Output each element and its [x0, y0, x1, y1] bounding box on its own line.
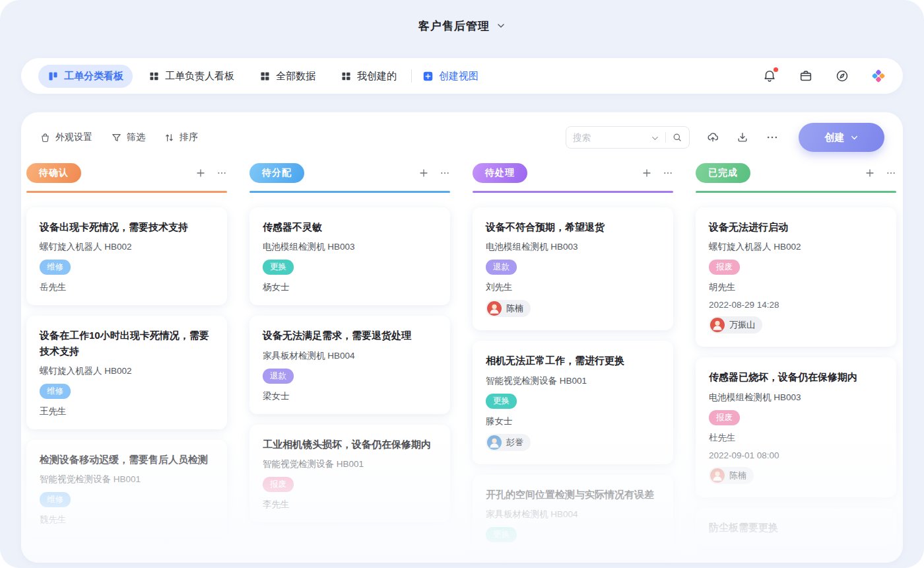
card-device: 智能视觉检测设备 HB001 — [40, 474, 214, 485]
sort-button[interactable]: 排序 — [164, 131, 198, 143]
ticket-type-tag[interactable]: 更换 — [486, 527, 517, 542]
kanban-column-3: 待处理 设备不符合预期，希望退货 电池模组检测机 HB003退款刘先生 陈楠 相… — [473, 162, 673, 554]
cloud-upload-icon[interactable] — [706, 131, 719, 144]
kanban-card[interactable]: 设备不符合预期，希望退货 电池模组检测机 HB003退款刘先生 陈楠 — [473, 207, 673, 330]
ticket-type-tag[interactable]: 更换 — [486, 394, 517, 409]
card-date: 2022-09-01 08:00 — [709, 450, 883, 460]
kanban-card[interactable]: 开孔的空间位置检测与实际情况有误差 家具板材检测机 HB004更换 — [473, 475, 673, 554]
column-status-pill[interactable]: 待处理 — [473, 163, 527, 183]
card-title: 检测设备移动迟缓，需要售后人员检测 — [40, 452, 214, 467]
column-status-pill[interactable]: 待分配 — [249, 163, 304, 183]
avatar — [710, 468, 725, 483]
ticket-type-tag[interactable]: 维修 — [40, 384, 71, 399]
tab-label: 我创建的 — [357, 70, 397, 83]
avatar — [487, 435, 502, 450]
card-customer: 杨女士 — [263, 281, 437, 293]
funnel-icon — [111, 132, 122, 143]
create-chevron-down-icon — [850, 133, 859, 142]
card-title: 设备无法进行启动 — [709, 219, 883, 234]
bitable-logo[interactable] — [871, 69, 886, 83]
card-customer: 滕女士 — [486, 415, 660, 427]
assignee-chip[interactable]: 陈楠 — [486, 300, 531, 317]
kanban-card[interactable]: 传感器不灵敏 电池模组检测机 HB003更换杨女士 — [249, 207, 450, 305]
search-input[interactable] — [573, 133, 651, 143]
kanban-card[interactable]: 防尘板需要更换 — [696, 508, 896, 547]
kanban-card[interactable]: 检测设备移动迟缓，需要售后人员检测 智能视觉检测设备 HB001维修魏先生 — [26, 440, 227, 538]
column-actions — [642, 168, 673, 178]
appearance-settings-button[interactable]: 外观设置 — [40, 131, 92, 143]
card-device: 家具板材检测机 HB004 — [263, 350, 437, 362]
ticket-type-tag[interactable]: 退款 — [486, 260, 517, 275]
compass-icon[interactable] — [835, 69, 849, 83]
ticket-type-tag[interactable]: 更换 — [263, 260, 294, 275]
briefcase-icon[interactable] — [799, 69, 813, 83]
kanban-column-4: 已完成 设备无法进行启动 螺钉旋入机器人 HB002报废胡先生2022-08-2… — [696, 162, 896, 554]
kanban-column-1: 待确认 设备出现卡死情况，需要技术支持 螺钉旋入机器人 HB002维修岳先生 设… — [26, 162, 227, 554]
kanban-column-2: 待分配 传感器不灵敏 电池模组检测机 HB003更换杨女士 设备无法满足需求，需… — [249, 162, 450, 554]
ticket-type-tag[interactable]: 报废 — [709, 410, 740, 425]
card-device: 螺钉旋入机器人 HB002 — [40, 365, 214, 377]
nav-tabs: 工单分类看板 工单负责人看板 全部数据 我创建的 — [38, 65, 406, 88]
tab-2[interactable]: 工单负责人看板 — [139, 65, 244, 88]
board-rows-icon — [148, 71, 160, 82]
bell-icon[interactable] — [762, 69, 777, 83]
card-device: 螺钉旋入机器人 HB002 — [40, 241, 214, 253]
filter-button[interactable]: 筛选 — [111, 131, 145, 143]
filter-label: 筛选 — [127, 131, 145, 143]
kanban-card[interactable]: 设备无法进行启动 螺钉旋入机器人 HB002报废胡先生2022-08-29 14… — [696, 207, 896, 347]
kanban-card[interactable]: 设备出现卡死情况，需要技术支持 螺钉旋入机器人 HB002维修岳先生 — [26, 207, 227, 305]
tab-4[interactable]: 我创建的 — [331, 65, 406, 88]
appearance-settings-label: 外观设置 — [55, 131, 92, 143]
column-color-line — [249, 191, 450, 193]
search-box — [566, 126, 690, 149]
assignee-chip[interactable]: 彭誉 — [486, 434, 531, 451]
kanban-card[interactable]: 设备在工作10小时出现卡死情况，需要技术支持 螺钉旋入机器人 HB002维修王先… — [26, 316, 227, 429]
column-status-pill[interactable]: 待确认 — [26, 163, 81, 183]
more-options-icon[interactable] — [766, 131, 779, 144]
card-customer: 杜先生 — [709, 432, 883, 444]
column-actions — [418, 168, 450, 178]
add-card-icon[interactable] — [642, 168, 652, 178]
card-title: 设备不符合预期，希望退货 — [486, 219, 660, 234]
add-card-icon[interactable] — [418, 168, 429, 178]
card-title: 防尘板需要更换 — [709, 520, 883, 535]
kanban-card[interactable]: 传感器已烧坏，设备仍在保修期内 电池模组检测机 HB003报废杜先生2022-0… — [696, 357, 896, 497]
ticket-type-tag[interactable]: 维修 — [40, 260, 71, 275]
assignee-chip[interactable]: 万振山 — [709, 316, 762, 334]
tab-label: 工单负责人看板 — [165, 70, 234, 83]
ticket-type-tag[interactable]: 维修 — [40, 492, 71, 507]
column-more-icon[interactable] — [886, 168, 896, 178]
ticket-type-tag[interactable]: 报废 — [263, 477, 294, 492]
sort-label: 排序 — [180, 131, 198, 143]
card-title: 工业相机镜头损坏，设备仍在保修期内 — [263, 437, 437, 452]
title-chevron-down-icon[interactable] — [496, 21, 506, 30]
card-customer: 胡先生 — [709, 281, 883, 293]
column-more-icon[interactable] — [663, 168, 673, 178]
search-chevron-down-icon[interactable] — [651, 133, 659, 142]
ticket-type-tag[interactable]: 报废 — [709, 260, 740, 275]
download-icon[interactable] — [736, 131, 749, 144]
board-toolbar: 外观设置 筛选 排序 — [21, 112, 903, 151]
create-button[interactable]: 创建 — [799, 123, 884, 152]
tab-1[interactable]: 工单分类看板 — [38, 65, 133, 88]
create-view-button[interactable]: 创建视图 — [422, 70, 478, 83]
notification-dot — [774, 67, 778, 72]
card-device: 智能视觉检测设备 HB001 — [263, 458, 437, 470]
assignee-name: 陈楠 — [506, 302, 523, 314]
add-card-icon[interactable] — [195, 168, 206, 178]
assignee-chip[interactable]: 陈楠 — [709, 467, 754, 484]
kanban-card[interactable]: 相机无法正常工作，需进行更换 智能视觉检测设备 HB001更换滕女士 彭誉 — [473, 341, 673, 464]
kanban-card[interactable]: 设备无法满足需求，需要退货处理 家具板材检测机 HB004退款梁女士 — [249, 316, 450, 413]
kanban-card[interactable]: 工业相机镜头损坏，设备仍在保修期内 智能视觉检测设备 HB001报废李先生 — [249, 425, 450, 522]
avatar — [710, 318, 725, 332]
column-more-icon[interactable] — [216, 168, 227, 178]
search-icon[interactable] — [672, 132, 682, 143]
column-more-icon[interactable] — [440, 168, 450, 178]
add-card-icon[interactable] — [865, 168, 875, 178]
column-actions — [865, 168, 896, 178]
column-status-pill[interactable]: 已完成 — [696, 163, 750, 183]
ticket-type-tag[interactable]: 退款 — [263, 369, 294, 384]
tab-3[interactable]: 全部数据 — [250, 65, 325, 88]
board-rows-icon — [341, 71, 352, 82]
column-header: 待分配 — [249, 162, 450, 184]
